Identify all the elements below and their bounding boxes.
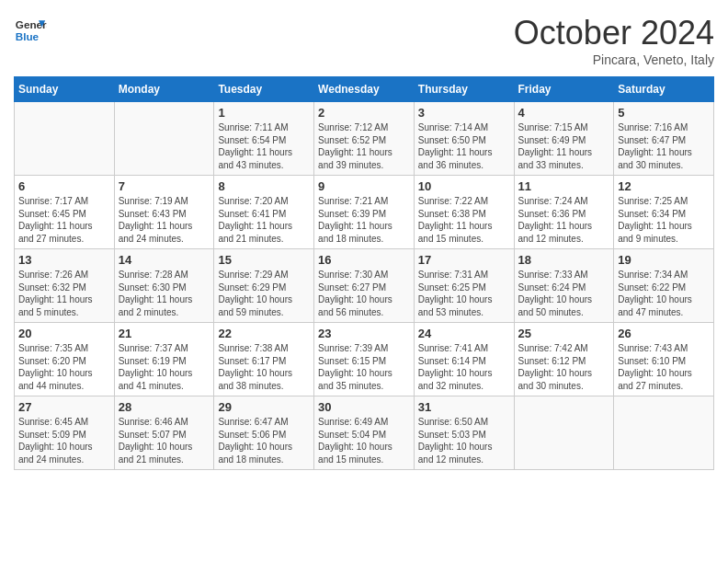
day-number: 5	[618, 106, 710, 120]
day-content: Sunrise: 7:42 AM Sunset: 6:12 PM Dayligh…	[518, 342, 610, 392]
calendar-cell: 13Sunrise: 7:26 AM Sunset: 6:32 PM Dayli…	[15, 249, 115, 323]
calendar-cell: 11Sunrise: 7:24 AM Sunset: 6:36 PM Dayli…	[514, 176, 614, 249]
title-block: October 2024 Pincara, Veneto, Italy	[514, 14, 714, 67]
day-number: 30	[318, 400, 410, 414]
day-content: Sunrise: 7:25 AM Sunset: 6:34 PM Dayligh…	[618, 195, 710, 245]
calendar-cell	[114, 102, 214, 176]
day-number: 28	[119, 400, 210, 414]
day-number: 27	[18, 400, 110, 414]
calendar-cell: 2Sunrise: 7:12 AM Sunset: 6:52 PM Daylig…	[314, 102, 415, 176]
calendar-cell: 16Sunrise: 7:30 AM Sunset: 6:27 PM Dayli…	[314, 249, 415, 323]
day-number: 10	[418, 179, 510, 193]
day-number: 8	[218, 179, 310, 193]
day-number: 14	[119, 253, 210, 267]
calendar-cell: 7Sunrise: 7:19 AM Sunset: 6:43 PM Daylig…	[114, 176, 214, 249]
day-content: Sunrise: 7:16 AM Sunset: 6:47 PM Dayligh…	[618, 121, 710, 171]
column-header-saturday: Saturday	[614, 77, 714, 102]
calendar-cell: 26Sunrise: 7:43 AM Sunset: 6:10 PM Dayli…	[614, 323, 714, 396]
day-content: Sunrise: 7:22 AM Sunset: 6:38 PM Dayligh…	[418, 195, 510, 245]
day-number: 6	[18, 179, 110, 193]
day-number: 24	[418, 327, 510, 340]
day-content: Sunrise: 7:33 AM Sunset: 6:24 PM Dayligh…	[518, 269, 610, 318]
day-number: 17	[418, 253, 510, 267]
day-content: Sunrise: 7:31 AM Sunset: 6:25 PM Dayligh…	[418, 269, 510, 318]
day-number: 16	[318, 253, 410, 267]
calendar-cell	[514, 396, 614, 470]
calendar-cell: 10Sunrise: 7:22 AM Sunset: 6:38 PM Dayli…	[414, 176, 514, 249]
day-number: 2	[318, 106, 410, 120]
logo: General Blue	[14, 14, 47, 47]
day-number: 21	[119, 327, 210, 340]
day-content: Sunrise: 7:28 AM Sunset: 6:30 PM Dayligh…	[119, 269, 210, 318]
day-number: 19	[618, 253, 710, 267]
calendar-cell: 6Sunrise: 7:17 AM Sunset: 6:45 PM Daylig…	[15, 176, 115, 249]
calendar-cell: 30Sunrise: 6:49 AM Sunset: 5:04 PM Dayli…	[314, 396, 415, 470]
calendar-cell: 22Sunrise: 7:38 AM Sunset: 6:17 PM Dayli…	[214, 323, 314, 396]
day-content: Sunrise: 7:20 AM Sunset: 6:41 PM Dayligh…	[218, 195, 310, 245]
day-number: 25	[518, 327, 610, 340]
day-content: Sunrise: 7:35 AM Sunset: 6:20 PM Dayligh…	[18, 342, 110, 392]
month-title: October 2024	[514, 14, 714, 52]
calendar-cell: 3Sunrise: 7:14 AM Sunset: 6:50 PM Daylig…	[414, 102, 514, 176]
day-number: 29	[218, 400, 310, 414]
calendar-cell: 19Sunrise: 7:34 AM Sunset: 6:22 PM Dayli…	[614, 249, 714, 323]
calendar-header: SundayMondayTuesdayWednesdayThursdayFrid…	[15, 77, 714, 102]
day-number: 3	[418, 106, 510, 120]
day-content: Sunrise: 7:34 AM Sunset: 6:22 PM Dayligh…	[618, 269, 710, 318]
calendar-cell: 12Sunrise: 7:25 AM Sunset: 6:34 PM Dayli…	[614, 176, 714, 249]
calendar-cell: 8Sunrise: 7:20 AM Sunset: 6:41 PM Daylig…	[214, 176, 314, 249]
day-number: 20	[18, 327, 110, 340]
calendar-cell: 18Sunrise: 7:33 AM Sunset: 6:24 PM Dayli…	[514, 249, 614, 323]
day-content: Sunrise: 7:38 AM Sunset: 6:17 PM Dayligh…	[218, 342, 310, 392]
day-content: Sunrise: 7:24 AM Sunset: 6:36 PM Dayligh…	[518, 195, 610, 245]
day-content: Sunrise: 7:19 AM Sunset: 6:43 PM Dayligh…	[119, 195, 210, 245]
calendar-cell: 23Sunrise: 7:39 AM Sunset: 6:15 PM Dayli…	[314, 323, 415, 396]
calendar-cell: 29Sunrise: 6:47 AM Sunset: 5:06 PM Dayli…	[214, 396, 314, 470]
calendar-table: SundayMondayTuesdayWednesdayThursdayFrid…	[14, 76, 714, 470]
calendar-week-3: 13Sunrise: 7:26 AM Sunset: 6:32 PM Dayli…	[15, 249, 714, 323]
calendar-cell: 1Sunrise: 7:11 AM Sunset: 6:54 PM Daylig…	[214, 102, 314, 176]
day-content: Sunrise: 7:12 AM Sunset: 6:52 PM Dayligh…	[318, 121, 410, 171]
calendar-cell: 14Sunrise: 7:28 AM Sunset: 6:30 PM Dayli…	[114, 249, 214, 323]
calendar-week-5: 27Sunrise: 6:45 AM Sunset: 5:09 PM Dayli…	[15, 396, 714, 470]
day-number: 13	[18, 253, 110, 267]
calendar-week-4: 20Sunrise: 7:35 AM Sunset: 6:20 PM Dayli…	[15, 323, 714, 396]
day-number: 11	[518, 179, 610, 193]
column-header-monday: Monday	[114, 77, 214, 102]
day-content: Sunrise: 7:21 AM Sunset: 6:39 PM Dayligh…	[318, 195, 410, 245]
calendar-cell: 21Sunrise: 7:37 AM Sunset: 6:19 PM Dayli…	[114, 323, 214, 396]
day-content: Sunrise: 6:47 AM Sunset: 5:06 PM Dayligh…	[218, 416, 310, 465]
calendar-cell: 28Sunrise: 6:46 AM Sunset: 5:07 PM Dayli…	[114, 396, 214, 470]
column-header-tuesday: Tuesday	[214, 77, 314, 102]
calendar-cell: 31Sunrise: 6:50 AM Sunset: 5:03 PM Dayli…	[414, 396, 514, 470]
day-number: 4	[518, 106, 610, 120]
page-header: General Blue October 2024 Pincara, Venet…	[14, 14, 714, 67]
day-number: 18	[518, 253, 610, 267]
calendar-cell: 27Sunrise: 6:45 AM Sunset: 5:09 PM Dayli…	[15, 396, 115, 470]
day-content: Sunrise: 7:29 AM Sunset: 6:29 PM Dayligh…	[218, 269, 310, 318]
calendar-cell: 9Sunrise: 7:21 AM Sunset: 6:39 PM Daylig…	[314, 176, 415, 249]
column-header-thursday: Thursday	[414, 77, 514, 102]
calendar-cell: 15Sunrise: 7:29 AM Sunset: 6:29 PM Dayli…	[214, 249, 314, 323]
day-content: Sunrise: 7:41 AM Sunset: 6:14 PM Dayligh…	[418, 342, 510, 392]
calendar-cell: 20Sunrise: 7:35 AM Sunset: 6:20 PM Dayli…	[15, 323, 115, 396]
calendar-cell: 25Sunrise: 7:42 AM Sunset: 6:12 PM Dayli…	[514, 323, 614, 396]
day-content: Sunrise: 7:15 AM Sunset: 6:49 PM Dayligh…	[518, 121, 610, 171]
day-number: 22	[218, 327, 310, 340]
calendar-week-2: 6Sunrise: 7:17 AM Sunset: 6:45 PM Daylig…	[15, 176, 714, 249]
day-content: Sunrise: 6:50 AM Sunset: 5:03 PM Dayligh…	[418, 416, 510, 465]
day-number: 31	[418, 400, 510, 414]
day-number: 1	[218, 106, 310, 120]
day-content: Sunrise: 7:39 AM Sunset: 6:15 PM Dayligh…	[318, 342, 410, 392]
calendar-body: 1Sunrise: 7:11 AM Sunset: 6:54 PM Daylig…	[15, 102, 714, 470]
day-content: Sunrise: 6:49 AM Sunset: 5:04 PM Dayligh…	[318, 416, 410, 465]
day-content: Sunrise: 6:45 AM Sunset: 5:09 PM Dayligh…	[18, 416, 110, 465]
day-content: Sunrise: 7:17 AM Sunset: 6:45 PM Dayligh…	[18, 195, 110, 245]
day-content: Sunrise: 7:43 AM Sunset: 6:10 PM Dayligh…	[618, 342, 710, 392]
day-number: 12	[618, 179, 710, 193]
column-header-friday: Friday	[514, 77, 614, 102]
calendar-cell: 17Sunrise: 7:31 AM Sunset: 6:25 PM Dayli…	[414, 249, 514, 323]
calendar-cell: 4Sunrise: 7:15 AM Sunset: 6:49 PM Daylig…	[514, 102, 614, 176]
column-header-wednesday: Wednesday	[314, 77, 415, 102]
calendar-cell	[614, 396, 714, 470]
